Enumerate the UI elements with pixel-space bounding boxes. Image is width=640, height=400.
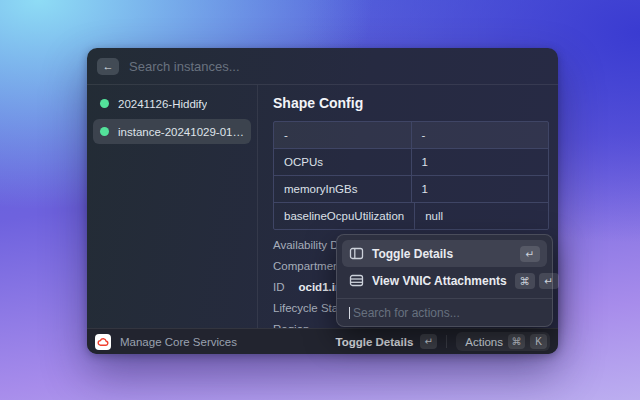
table-cell: baselineOcpuUtilization bbox=[274, 203, 415, 229]
k-key-badge: K bbox=[530, 334, 547, 349]
actions-search-input[interactable]: Search for actions... bbox=[337, 298, 552, 326]
back-button[interactable]: ← bbox=[97, 58, 119, 75]
popup-item-toggle-details[interactable]: Toggle Details ↵ bbox=[342, 240, 547, 267]
text-cursor bbox=[349, 307, 350, 319]
table-cell: 1 bbox=[412, 149, 549, 175]
command-key-badge: ⌘ bbox=[508, 334, 525, 349]
primary-action-label[interactable]: Toggle Details bbox=[336, 336, 414, 348]
list-item-instance-1[interactable]: 20241126-Hiddify bbox=[93, 91, 251, 116]
search-input[interactable]: Search instances... bbox=[129, 59, 240, 74]
list-item-instance-2[interactable]: instance-20241029-0105-Hesti... bbox=[93, 119, 251, 144]
table-row: memoryInGBs 1 bbox=[274, 175, 548, 202]
popup-item-label: Toggle Details bbox=[372, 247, 453, 261]
table-cell: - bbox=[412, 122, 549, 148]
divider bbox=[446, 335, 447, 348]
instance-name: 20241126-Hiddify bbox=[118, 98, 207, 110]
popup-item-label: View VNIC Attachments bbox=[372, 274, 507, 288]
desktop-background: ← Search instances... 20241126-Hiddify i… bbox=[0, 0, 640, 400]
footer-bar: Manage Core Services Toggle Details ↵ Ac… bbox=[87, 328, 558, 354]
detail-heading: Shape Config bbox=[273, 95, 549, 111]
actions-button-label: Actions bbox=[465, 336, 503, 348]
table-cell: OCPUs bbox=[274, 149, 412, 175]
table-rows-icon bbox=[349, 273, 364, 288]
shape-config-table: - - OCPUs 1 memoryInGBs 1 baselineOcpuUt… bbox=[273, 121, 549, 230]
table-cell: 1 bbox=[412, 176, 549, 202]
back-arrow-icon: ← bbox=[103, 61, 114, 72]
table-row: baselineOcpuUtilization null bbox=[274, 202, 548, 229]
actions-search-placeholder: Search for actions... bbox=[353, 306, 460, 320]
instance-list: 20241126-Hiddify instance-20241029-0105-… bbox=[87, 85, 258, 329]
metadata-label: ID bbox=[273, 281, 285, 294]
table-row: OCPUs 1 bbox=[274, 148, 548, 175]
command-key-badge: ⌘ bbox=[515, 273, 535, 289]
sidebar-toggle-icon bbox=[349, 246, 364, 261]
command-palette-window: ← Search instances... 20241126-Hiddify i… bbox=[87, 48, 558, 354]
enter-key-badge: ↵ bbox=[539, 273, 559, 289]
actions-button[interactable]: Actions ⌘ K bbox=[456, 332, 550, 351]
enter-key-badge: ↵ bbox=[420, 334, 437, 349]
status-dot-icon bbox=[100, 127, 109, 136]
popup-item-view-vnic-attachments[interactable]: View VNIC Attachments ⌘ ↵ bbox=[342, 267, 547, 294]
oracle-cloud-logo-icon bbox=[95, 334, 111, 350]
status-dot-icon bbox=[100, 99, 109, 108]
enter-key-badge: ↵ bbox=[520, 246, 540, 262]
actions-popup: Toggle Details ↵ View VNIC Attachments ⌘… bbox=[336, 234, 553, 327]
extension-name: Manage Core Services bbox=[120, 336, 237, 348]
instance-name: instance-20241029-0105-Hesti... bbox=[118, 126, 244, 138]
table-row: - - bbox=[274, 122, 548, 148]
table-cell: - bbox=[274, 122, 412, 148]
search-bar: ← Search instances... bbox=[87, 48, 558, 85]
table-cell: null bbox=[415, 203, 548, 229]
table-cell: memoryInGBs bbox=[274, 176, 412, 202]
